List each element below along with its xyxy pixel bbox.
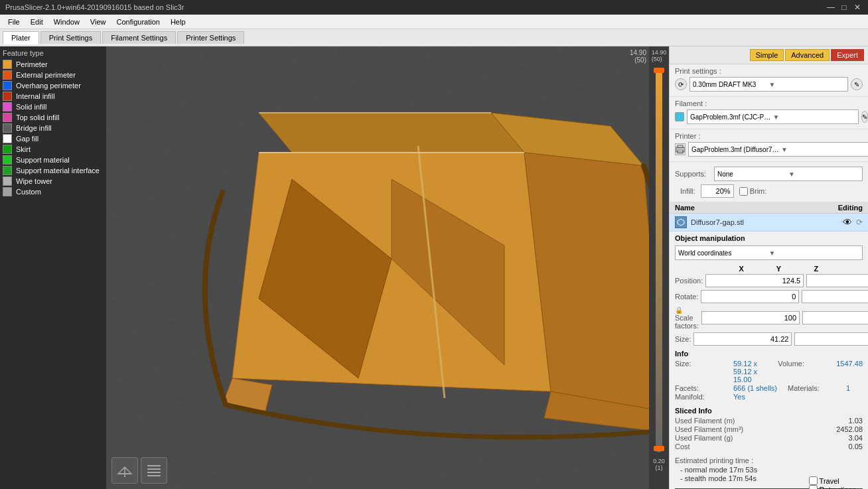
rotate-x-input[interactable] (701, 290, 799, 303)
size-y-input[interactable] (794, 332, 868, 346)
simple-mode-button[interactable]: Simple (750, 49, 784, 61)
rotate-y-input[interactable] (802, 290, 868, 303)
bottombar-checkbox[interactable] (809, 485, 818, 489)
menu-configuration[interactable]: Configuration (111, 17, 165, 27)
printer-label: Printer : (675, 132, 863, 140)
print-settings-label: Print settings : (675, 67, 863, 75)
print-settings-edit-icon[interactable]: ✎ (851, 78, 863, 90)
scale-x-input[interactable] (701, 311, 800, 324)
tab-filament-settings[interactable]: Filament Settings (102, 31, 176, 44)
sliced-value: 3.04 (849, 434, 863, 442)
infill-row: Infill: Brim: (675, 183, 863, 199)
supports-dropdown[interactable]: None ▼ (714, 167, 863, 181)
close-button[interactable]: ✕ (852, 2, 863, 13)
legend-item-label: Solid infill (16, 103, 46, 111)
viewport-top-indicator: 14.90 (50) (630, 49, 646, 64)
filament-color-dot[interactable] (675, 112, 684, 121)
menu-window[interactable]: Window (48, 17, 85, 27)
rotate-label: Rotate: (675, 293, 698, 301)
coord-system-value: World coordinates (678, 249, 769, 257)
window-controls[interactable]: — □ ✕ (826, 2, 863, 13)
sliced-info-row: Cost 0.05 (675, 443, 863, 451)
size-x-input[interactable] (693, 332, 792, 346)
legend-item-label: Perimeter (16, 60, 48, 68)
minimize-button[interactable]: — (826, 2, 836, 13)
slider-bottom-thumb[interactable] (654, 446, 664, 451)
coord-axis-header: X Y Z (670, 265, 868, 273)
supports-label: Supports: (675, 170, 711, 178)
legend-color-swatch (3, 166, 12, 175)
legend-item-label: External perimeter (16, 71, 76, 79)
menu-view[interactable]: View (85, 17, 111, 27)
titlebar: PrusaSlicer-2.1.0+win64-20190916015 base… (0, 0, 868, 15)
filament-edit-icon[interactable]: ✎ (861, 111, 868, 123)
object-row[interactable]: Diffusor7-gap.stl 👁 ⟳ (670, 214, 868, 232)
info-volume-label: Volume: (778, 360, 831, 384)
printer-dropdown[interactable]: GapProblem.3mf (Diffusor7Nozzle0x6LHeigh… (688, 142, 868, 157)
3d-view-icon[interactable] (111, 457, 138, 484)
top-value: 14.90 (630, 49, 646, 56)
manipulation-title: Object manipulation (670, 232, 868, 244)
sliced-key: Used Filament (g) (675, 434, 733, 442)
menu-help[interactable]: Help (165, 17, 191, 27)
legend-item-label: Support material (16, 156, 70, 164)
infill-input[interactable] (701, 184, 734, 198)
legend-color-swatch (3, 145, 12, 154)
scale-factors-text: Scale factors: (675, 314, 699, 330)
print-settings-arrow: ▼ (769, 81, 845, 88)
tab-printer-settings[interactable]: Printer Settings (177, 31, 244, 44)
print-settings-dropdown[interactable]: 0.30mm DRAFT MK3 ▼ (689, 77, 848, 92)
toolbar: Plater Print Settings Filament Settings … (0, 29, 868, 46)
filament-dropdown[interactable]: GapProblem.3mf (CJC-PLA-KLAR-15EUR Nozzl… (687, 109, 859, 124)
expert-mode-button[interactable]: Expert (831, 49, 864, 61)
title-text: PrusaSlicer-2.1.0+win64-20190916015 base… (5, 3, 184, 11)
tab-plater[interactable]: Plater (3, 31, 39, 44)
info-size-row: Size: 59.12 x 59.12 x 15.00 Volume: 1547… (675, 360, 863, 384)
filament-arrow: ▼ (772, 113, 855, 121)
advanced-mode-button[interactable]: Advanced (785, 49, 830, 61)
layer-slider[interactable] (656, 68, 662, 453)
bottombar-checkbox[interactable] (809, 476, 818, 485)
viewport-icons (111, 457, 167, 484)
tab-print-settings[interactable]: Print Settings (40, 31, 101, 44)
legend-color-swatch (3, 155, 12, 165)
legend-item-label: Gap fill (16, 135, 38, 143)
viewport[interactable]: 14.90 (50) (106, 46, 649, 489)
sliced-info-row: Used Filament (g) 3.04 (675, 434, 863, 442)
edit-icon[interactable]: ⟳ (856, 218, 863, 227)
sliced-rows-container: Used Filament (m) 1.03 Used Filament (mm… (675, 417, 863, 451)
scale-y-input[interactable] (802, 311, 868, 324)
info-materials-value: 1 (846, 384, 850, 392)
legend-title: Feature type (3, 49, 104, 57)
svg-marker-25 (678, 219, 684, 226)
x-axis-label: X (724, 265, 759, 273)
slider-bottom-label: 0.20(1) (653, 458, 665, 471)
eye-icon[interactable]: 👁 (843, 217, 852, 228)
left-legend-panel: Feature type Perimeter External perimete… (0, 46, 106, 489)
slider-top-thumb[interactable] (654, 68, 664, 73)
size-row: Size: mm (670, 331, 868, 347)
sliced-value: 0.05 (849, 443, 863, 451)
legend-item: External perimeter (3, 70, 104, 80)
position-y-input[interactable] (806, 274, 868, 287)
menu-file[interactable]: File (3, 17, 25, 27)
menu-edit[interactable]: Edit (25, 17, 48, 27)
legend-color-swatch (3, 102, 12, 111)
maximize-button[interactable]: □ (839, 2, 849, 13)
object-icon (675, 216, 687, 228)
sliced-key: Used Filament (mm³) (675, 425, 743, 433)
layer-view-icon[interactable] (141, 457, 167, 484)
print-settings-icon[interactable]: ⟳ (675, 78, 687, 90)
info-manifold-value[interactable]: Yes (733, 393, 745, 401)
time-row: - normal mode 17m 53s (675, 466, 863, 474)
legend-item: Support material (3, 155, 104, 165)
legend-item: Top solid infill (3, 113, 104, 122)
position-label: Position: (675, 277, 703, 285)
legend-items-container: Perimeter External perimeter Overhang pe… (3, 60, 104, 196)
position-x-input[interactable] (705, 274, 804, 287)
y-axis-label: Y (761, 265, 796, 273)
info-size-label: Size: (675, 360, 728, 384)
brim-checkbox[interactable] (739, 187, 748, 196)
coord-system-dropdown[interactable]: World coordinates ▼ (675, 245, 863, 260)
sliced-info-row: Used Filament (mm³) 2452.08 (675, 425, 863, 433)
